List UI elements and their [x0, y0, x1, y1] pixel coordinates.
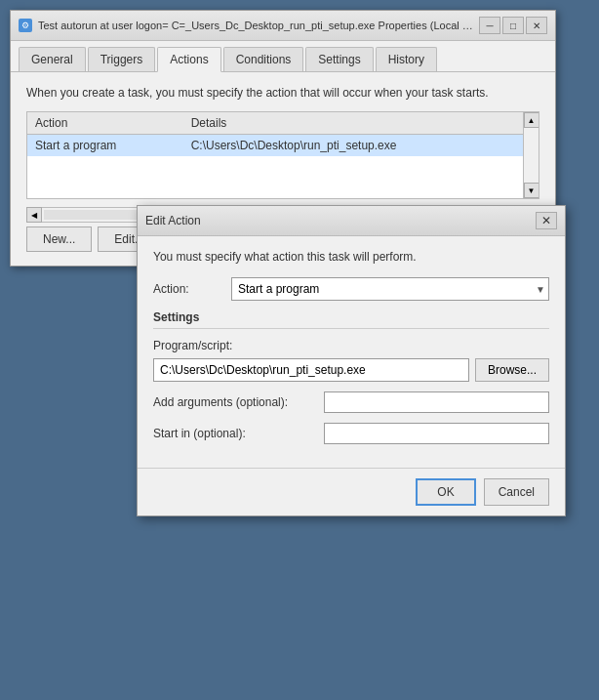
actions-table: Action Details Start a program C:\Users\…: [27, 112, 539, 156]
row-details: C:\Users\Dc\Desktop\run_pti_setup.exe: [183, 135, 539, 157]
tab-bar: General Triggers Actions Conditions Sett…: [11, 41, 555, 72]
add-arguments-label: Add arguments (optional):: [153, 395, 324, 409]
column-details: Details: [183, 112, 539, 135]
scroll-up-button[interactable]: ▲: [524, 112, 539, 128]
close-button[interactable]: ✕: [526, 17, 547, 34]
new-button[interactable]: New...: [26, 226, 92, 252]
tab-actions[interactable]: Actions: [157, 47, 220, 72]
ok-button[interactable]: OK: [416, 478, 475, 506]
dialog-body: You must specify what action this task w…: [138, 236, 565, 468]
row-action: Start a program: [27, 135, 183, 157]
start-in-input[interactable]: [324, 423, 549, 444]
tab-history[interactable]: History: [376, 47, 437, 71]
dialog-info-text: You must specify what action this task w…: [153, 250, 549, 264]
action-label: Action:: [153, 282, 231, 296]
browse-button[interactable]: Browse...: [475, 358, 549, 382]
start-in-row: Start in (optional):: [153, 423, 549, 444]
program-input-row: Browse...: [153, 358, 549, 382]
program-script-label: Program/script:: [153, 339, 232, 352]
title-bar-controls: ─ □ ✕: [479, 17, 547, 34]
column-action: Action: [27, 112, 183, 135]
action-select-wrapper: Start a programSend an e-mail (deprecate…: [231, 277, 549, 301]
description-text: When you create a task, you must specify…: [26, 86, 539, 100]
window-icon: ⚙: [19, 19, 32, 32]
dialog-footer: OK Cancel: [138, 468, 565, 515]
table-row[interactable]: Start a program C:\Users\Dc\Desktop\run_…: [27, 135, 539, 157]
cancel-button[interactable]: Cancel: [484, 478, 549, 506]
action-select[interactable]: Start a programSend an e-mail (deprecate…: [231, 277, 549, 301]
program-script-input[interactable]: [153, 358, 469, 382]
start-in-label: Start in (optional):: [153, 427, 324, 440]
add-arguments-input[interactable]: [324, 391, 549, 413]
dialog-close-button[interactable]: ✕: [536, 212, 557, 229]
settings-section-label: Settings: [153, 310, 549, 329]
dialog-title: Edit Action: [145, 214, 536, 227]
maximize-button[interactable]: □: [502, 17, 524, 34]
program-label-row: Program/script:: [153, 339, 549, 352]
window-title: Test autorun at user logon= C=_Users_Dc_…: [38, 20, 479, 31]
tab-conditions[interactable]: Conditions: [223, 47, 304, 71]
table-scrollbar: ▲ ▼: [523, 112, 539, 198]
dialog-title-bar: Edit Action ✕: [138, 206, 565, 236]
tab-settings[interactable]: Settings: [305, 47, 373, 71]
actions-table-container: Action Details Start a program C:\Users\…: [26, 111, 539, 199]
title-bar: ⚙ Test autorun at user logon= C=_Users_D…: [11, 11, 555, 41]
scroll-down-button[interactable]: ▼: [524, 183, 539, 198]
action-row: Action: Start a programSend an e-mail (d…: [153, 277, 549, 301]
scroll-left-button[interactable]: ◀: [26, 207, 42, 223]
edit-action-dialog: Edit Action ✕ You must specify what acti…: [137, 205, 566, 516]
add-arguments-row: Add arguments (optional):: [153, 391, 549, 413]
tab-general[interactable]: General: [19, 47, 86, 71]
tab-triggers[interactable]: Triggers: [88, 47, 156, 71]
minimize-button[interactable]: ─: [479, 17, 500, 34]
